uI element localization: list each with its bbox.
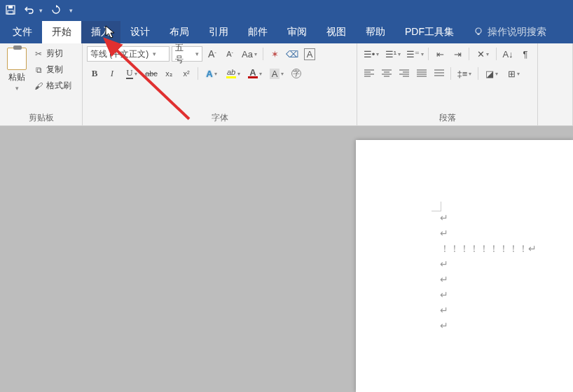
align-center-button[interactable] xyxy=(379,66,394,81)
svg-rect-4 xyxy=(478,34,480,35)
paragraph-group-label: 段落 xyxy=(361,109,533,124)
bullets-icon: ☰• xyxy=(364,49,375,59)
asian-layout-button[interactable]: ✕▾ xyxy=(473,46,492,62)
group-paragraph: ☰•▾ ☰¹▾ ☰⁼▾ ⇤ ⇥ ✕▾ A↓ ¶ xyxy=(357,43,538,125)
copy-icon: ⧉ xyxy=(34,65,43,75)
group-styles xyxy=(538,43,573,125)
paragraph-mark: ↵ xyxy=(440,256,545,272)
group-clipboard: 粘贴 ▾ ✂ 剪切 ⧉ 复制 🖌 格式刷 剪贴板 xyxy=(0,43,83,125)
svg-point-3 xyxy=(476,28,481,34)
character-border-button[interactable]: A xyxy=(302,46,317,62)
tab-layout[interactable]: 布局 xyxy=(160,21,199,43)
text-effects-button[interactable]: A▾ xyxy=(202,66,221,81)
clipboard-group-label: 剪贴板 xyxy=(4,109,78,124)
paragraph-mark: ↵ xyxy=(440,272,545,287)
distribute-button[interactable] xyxy=(432,66,447,81)
clear-formatting-button[interactable]: ⌫ xyxy=(284,46,300,62)
bold-button[interactable]: B xyxy=(87,66,102,81)
multilevel-button[interactable]: ☰⁼▾ xyxy=(405,46,424,62)
font-group-label: 字体 xyxy=(87,109,352,124)
margin-corner-icon xyxy=(432,202,441,211)
paste-dropdown-icon: ▾ xyxy=(15,85,19,92)
cut-label: 剪切 xyxy=(46,48,63,59)
decrease-indent-button[interactable]: ⇤ xyxy=(432,46,448,62)
multilevel-icon: ☰⁼ xyxy=(406,49,420,59)
ribbon-tabs: 文件 开始 插入 设计 布局 引用 邮件 审阅 视图 帮助 PDF工具集 操作说… xyxy=(0,21,573,43)
separator xyxy=(198,67,198,80)
paste-label: 粘贴 xyxy=(8,71,25,83)
tab-home[interactable]: 开始 xyxy=(42,21,81,43)
cut-button[interactable]: ✂ 剪切 xyxy=(34,48,71,59)
separator xyxy=(450,67,451,80)
group-font: 等线 (中文正文) ▾ 五号 ▾ Aˆ Aˇ Aa▾ ✶ ⌫ A B I U▾ xyxy=(83,43,357,125)
tab-insert[interactable]: 插入 xyxy=(81,21,120,43)
tell-me-label: 操作说明搜索 xyxy=(488,26,546,38)
tab-help[interactable]: 帮助 xyxy=(356,21,395,43)
font-size-value: 五号 xyxy=(175,42,191,66)
qat-more-icon[interactable]: ▾ xyxy=(69,7,73,14)
text-line: ！！！！！！！！！↵ xyxy=(440,241,545,256)
font-color-button[interactable]: A ▾ xyxy=(245,66,265,81)
italic-button[interactable]: I xyxy=(104,66,120,81)
paragraph-mark: ↵ xyxy=(440,287,545,302)
copy-label: 复制 xyxy=(46,64,63,76)
shrink-font-button[interactable]: Aˇ xyxy=(222,46,237,62)
align-right-button[interactable] xyxy=(396,66,412,81)
tab-references[interactable]: 引用 xyxy=(199,21,238,43)
font-name-combo[interactable]: 等线 (中文正文) ▾ xyxy=(87,46,170,62)
svg-rect-1 xyxy=(8,6,13,8)
superscript-button[interactable]: x² xyxy=(179,66,194,81)
paragraph-mark: ↵ xyxy=(440,318,545,333)
increase-indent-button[interactable]: ⇥ xyxy=(450,46,465,62)
change-case-button[interactable]: Aa▾ xyxy=(240,46,259,62)
bullets-button[interactable]: ☰•▾ xyxy=(361,46,381,62)
redo-icon[interactable] xyxy=(51,5,61,17)
document-workspace: ↵ ↵ ！！！！！！！！！↵ ↵ ↵ ↵ ↵ ↵ xyxy=(0,126,573,392)
character-shading-button[interactable]: A▾ xyxy=(267,66,286,81)
line-spacing-button[interactable]: ‡≡▾ xyxy=(455,66,474,81)
subscript-button[interactable]: x₂ xyxy=(161,66,177,81)
font-name-value: 等线 (中文正文) xyxy=(90,48,149,60)
scissors-icon: ✂ xyxy=(34,49,43,59)
highlight-button[interactable]: ab ▾ xyxy=(223,66,243,81)
separator xyxy=(263,48,263,60)
tab-file[interactable]: 文件 xyxy=(3,21,42,43)
chevron-down-icon: ▾ xyxy=(153,50,156,57)
tab-design[interactable]: 设计 xyxy=(120,21,160,43)
shading-button[interactable]: ◪▾ xyxy=(482,66,502,81)
numbering-icon: ☰¹ xyxy=(385,49,396,59)
undo-icon[interactable] xyxy=(24,5,35,17)
tab-pdf[interactable]: PDF工具集 xyxy=(395,21,464,43)
enclose-characters-button[interactable]: 字 xyxy=(289,66,304,81)
grow-font-button[interactable]: Aˆ xyxy=(205,46,220,62)
document-page[interactable]: ↵ ↵ ！！！！！！！！！↵ ↵ ↵ ↵ ↵ ↵ xyxy=(356,140,573,392)
format-painter-label: 格式刷 xyxy=(46,80,71,92)
tell-me-search[interactable]: 操作说明搜索 xyxy=(464,21,556,43)
borders-button[interactable]: ⊞▾ xyxy=(504,66,523,81)
lightbulb-icon xyxy=(474,27,483,38)
undo-dropdown-icon[interactable]: ▾ xyxy=(39,7,43,14)
ribbon: 粘贴 ▾ ✂ 剪切 ⧉ 复制 🖌 格式刷 剪贴板 xyxy=(0,43,573,126)
underline-button[interactable]: U▾ xyxy=(122,66,141,81)
paste-button[interactable]: 粘贴 ▾ xyxy=(4,46,29,93)
font-size-combo[interactable]: 五号 ▾ xyxy=(172,46,202,62)
copy-button[interactable]: ⧉ 复制 xyxy=(34,64,71,76)
numbering-button[interactable]: ☰¹▾ xyxy=(383,46,403,62)
titlebar: ▾ ▾ xyxy=(0,0,573,21)
justify-button[interactable] xyxy=(414,66,429,81)
align-left-button[interactable] xyxy=(361,66,377,81)
phonetic-guide-button[interactable]: ✶ xyxy=(267,46,282,62)
separator xyxy=(469,48,469,60)
separator xyxy=(478,67,478,80)
tab-view[interactable]: 视图 xyxy=(317,21,356,43)
show-marks-button[interactable]: ¶ xyxy=(518,46,533,62)
tab-review[interactable]: 审阅 xyxy=(277,21,317,43)
format-painter-button[interactable]: 🖌 格式刷 xyxy=(34,80,71,92)
sort-button[interactable]: A↓ xyxy=(500,46,516,62)
save-icon[interactable] xyxy=(6,5,15,17)
paste-icon xyxy=(7,48,27,70)
svg-rect-2 xyxy=(8,10,13,14)
strikethrough-button[interactable]: abc xyxy=(144,66,159,81)
tab-mailings[interactable]: 邮件 xyxy=(238,21,277,43)
separator xyxy=(496,48,497,60)
